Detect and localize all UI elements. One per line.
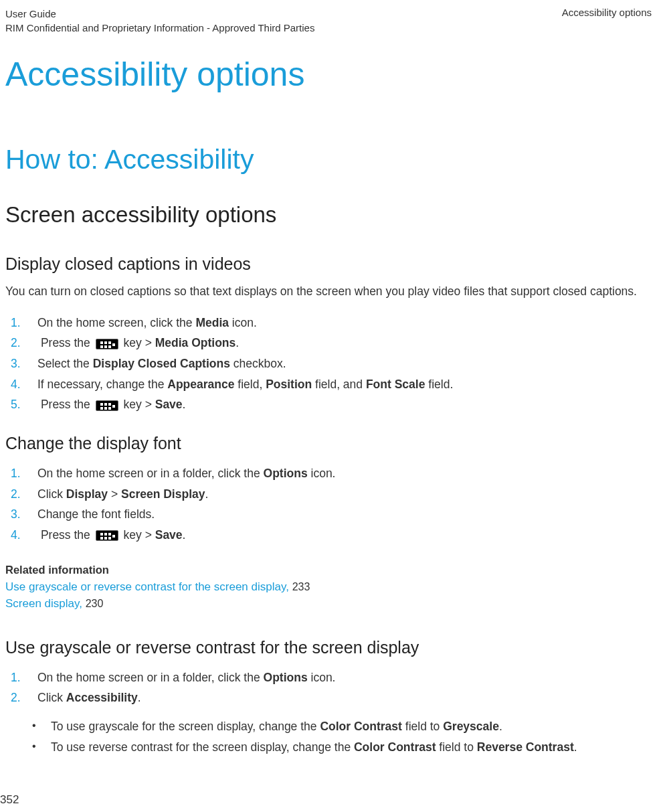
related-heading: Related information — [5, 564, 652, 576]
list-item: Press the key > Save. — [5, 394, 652, 415]
list-item: Change the font fields. — [5, 504, 652, 525]
change-font-steps: On the home screen or in a folder, click… — [5, 463, 652, 546]
header-section-label: Accessibility options — [562, 7, 652, 18]
grayscale-steps: On the home screen or in a folder, click… — [5, 667, 652, 708]
list-item: Select the Display Closed Captions check… — [5, 353, 652, 374]
related-information: Related information Use grayscale or rev… — [5, 564, 652, 612]
menu-key-icon — [96, 530, 118, 541]
list-item: Press the key > Media Options. — [5, 333, 652, 353]
screen-accessibility-heading: Screen accessibility options — [5, 202, 652, 228]
list-item: Click Accessibility. — [5, 687, 652, 708]
list-item: Click Display > Screen Display. — [5, 484, 652, 505]
menu-key-icon — [96, 400, 118, 411]
grayscale-sublist: To use grayscale for the screen display,… — [5, 716, 652, 757]
closed-captions-steps: On the home screen, click the Media icon… — [5, 313, 652, 415]
header-confidential-label: RIM Confidential and Proprietary Informa… — [5, 21, 314, 35]
list-item: To use reverse contrast for the screen d… — [5, 737, 652, 758]
closed-captions-intro: You can turn on closed captions so that … — [5, 284, 652, 299]
page-title: Accessibility options — [5, 55, 652, 94]
list-item: To use grayscale for the screen display,… — [5, 716, 652, 737]
change-font-heading: Change the display font — [5, 434, 652, 453]
header-left: User Guide RIM Confidential and Propriet… — [5, 7, 314, 35]
howto-heading: How to: Accessibility — [5, 144, 652, 175]
grayscale-heading: Use grayscale or reverse contrast for th… — [5, 638, 652, 657]
related-link-grayscale[interactable]: Use grayscale or reverse contrast for th… — [5, 579, 652, 596]
page-number: 352 — [0, 793, 19, 807]
list-item: On the home screen or in a folder, click… — [5, 667, 652, 688]
closed-captions-heading: Display closed captions in videos — [5, 254, 652, 274]
list-item: On the home screen, click the Media icon… — [5, 313, 652, 333]
related-link-screen-display[interactable]: Screen display, 230 — [5, 596, 652, 613]
page-header: User Guide RIM Confidential and Propriet… — [5, 7, 652, 35]
list-item: If necessary, change the Appearance fiel… — [5, 374, 652, 395]
header-guide-label: User Guide — [5, 7, 314, 21]
list-item: Press the key > Save. — [5, 525, 652, 546]
menu-key-icon — [96, 339, 118, 349]
list-item: On the home screen or in a folder, click… — [5, 463, 652, 484]
